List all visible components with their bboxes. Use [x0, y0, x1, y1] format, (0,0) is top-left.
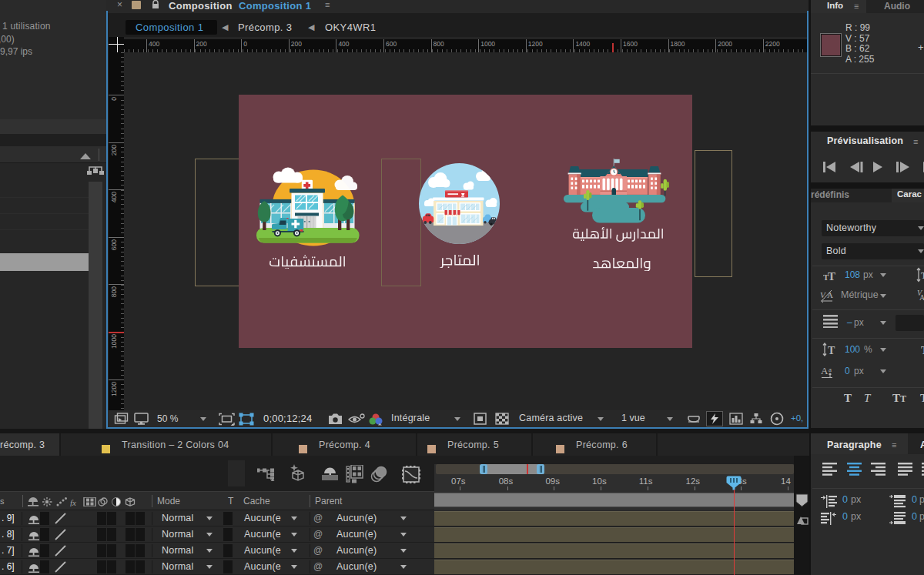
svg-text:A: A [821, 365, 829, 376]
svg-text:T: T [921, 270, 924, 281]
svg-text:T: T [921, 345, 924, 356]
svg-text:fx: fx [70, 498, 76, 507]
svg-text:T: T [828, 345, 835, 356]
svg-text:V: V [820, 290, 826, 299]
svg-text:A: A [919, 293, 924, 302]
svg-text:a: a [829, 366, 832, 373]
svg-text:T: T [828, 270, 835, 281]
